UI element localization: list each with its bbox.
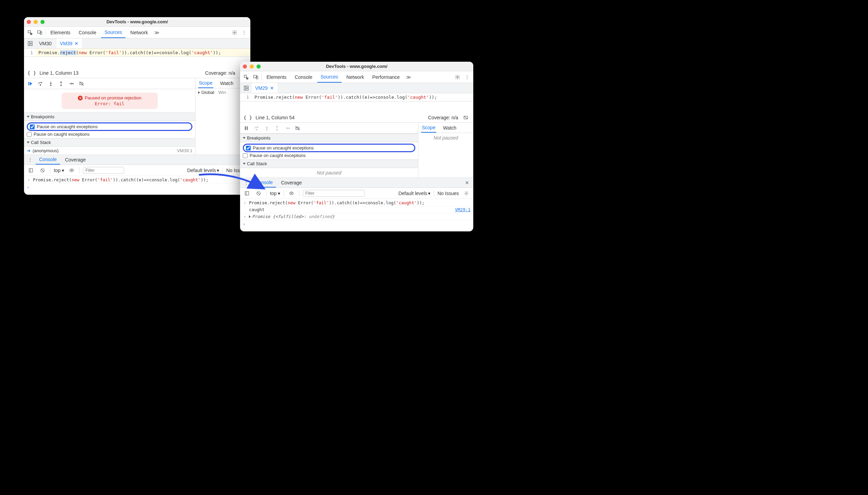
sidebar-toggle-icon[interactable] [243, 189, 251, 197]
tab-elements[interactable]: Elements [47, 27, 74, 38]
console-log-line[interactable]: caught VM29:1 [240, 206, 473, 213]
context-selector[interactable]: top ▾ [54, 168, 64, 173]
pause-caught-checkbox[interactable]: Pause on caught exceptions [27, 132, 192, 137]
drawer-tab-coverage[interactable]: Coverage [61, 155, 89, 165]
drawer-tab-console[interactable]: Console [252, 178, 276, 188]
step-icon[interactable] [68, 80, 75, 87]
log-source-link[interactable]: VM29:1 [455, 207, 471, 212]
step-out-icon[interactable] [58, 80, 64, 87]
step-into-icon [263, 125, 270, 132]
log-levels[interactable]: Default levels ▾ [399, 191, 430, 196]
log-levels[interactable]: Default levels ▾ [187, 168, 219, 173]
format-icon[interactable]: { } [243, 115, 252, 120]
tab-console[interactable]: Console [291, 71, 316, 83]
drawer-tab-coverage[interactable]: Coverage [277, 178, 305, 188]
coverage-toggle-icon[interactable] [462, 113, 470, 122]
code-editor[interactable]: 1 Promise.reject(new Error('fail')).catc… [240, 93, 473, 101]
sidebar-toggle-icon[interactable] [27, 166, 35, 174]
minimize-icon[interactable] [34, 20, 38, 24]
file-tab-vm30[interactable]: VM30 [36, 38, 55, 48]
clear-console-icon[interactable] [254, 189, 263, 197]
close-drawer-icon[interactable]: ✕ [463, 179, 471, 187]
callstack-frame[interactable]: ➔ (anonymous) VM39:1 [24, 147, 195, 155]
frame-source[interactable]: VM39:1 [177, 148, 192, 153]
code-editor[interactable]: 1 Promise.reject(new Error('fail')).catc… [24, 49, 250, 57]
close-icon[interactable] [243, 64, 247, 69]
device-icon[interactable] [36, 28, 44, 37]
clear-console-icon[interactable] [38, 166, 47, 174]
file-tabs: VM29 ✕ [240, 83, 473, 93]
pause-icon[interactable] [243, 125, 250, 132]
drawer-kebab-icon[interactable]: ⋮ [26, 156, 34, 164]
close-tab-icon[interactable]: ✕ [74, 41, 79, 46]
filter-input[interactable] [303, 190, 365, 197]
code-line[interactable]: Promise.reject(new Error('fail')).catch(… [36, 49, 250, 57]
callstack-section[interactable]: Call Stack [240, 159, 418, 168]
navigator-icon[interactable] [242, 84, 250, 92]
file-tab-vm39[interactable]: VM39 ✕ [57, 38, 82, 48]
code-line[interactable]: Promise.reject(new Error('fail')).catch(… [252, 93, 473, 101]
drawer-tab-console[interactable]: Console [36, 155, 60, 165]
close-icon[interactable] [27, 20, 31, 24]
maximize-icon[interactable] [40, 20, 45, 24]
tab-console[interactable]: Console [75, 27, 99, 38]
callstack-section[interactable]: Call Stack [24, 138, 195, 147]
device-icon[interactable] [252, 73, 260, 81]
navigator-icon[interactable] [26, 39, 34, 48]
tab-watch[interactable]: Watch [442, 123, 457, 133]
tab-performance[interactable]: Performance [369, 71, 403, 83]
pause-uncaught-highlight: Pause on uncaught exceptions [27, 122, 192, 131]
step-over-icon[interactable] [37, 80, 44, 87]
titlebar[interactable]: DevTools - www.google.com/ [24, 17, 250, 27]
console-input-line[interactable]: › Promise.reject(new Error('fail')).catc… [24, 177, 250, 183]
inspect-icon[interactable] [26, 28, 34, 37]
format-icon[interactable]: { } [27, 70, 36, 76]
gear-icon[interactable] [453, 73, 462, 81]
tab-watch[interactable]: Watch [219, 78, 234, 88]
tab-elements[interactable]: Elements [263, 71, 290, 83]
filter-input[interactable] [83, 167, 124, 174]
issues-label[interactable]: No Issues [438, 191, 459, 196]
console-return-line[interactable]: ‹ Promise {<fulfilled>: undefined} [240, 213, 473, 220]
breakpoints-section[interactable]: Breakpoints [240, 134, 418, 142]
minimize-icon[interactable] [250, 64, 254, 69]
context-selector[interactable]: top ▾ [270, 191, 280, 196]
maximize-icon[interactable] [257, 64, 261, 69]
tab-network[interactable]: Network [127, 27, 151, 38]
tab-sources[interactable]: Sources [101, 27, 126, 38]
kebab-icon[interactable]: ⋮ [463, 73, 471, 81]
live-expr-icon[interactable] [68, 166, 76, 174]
deactivate-bp-icon[interactable] [294, 125, 301, 132]
checkbox-caught[interactable] [27, 132, 32, 137]
checkbox-uncaught[interactable] [246, 146, 251, 150]
console-gear-icon[interactable] [462, 189, 471, 197]
pause-uncaught-checkbox[interactable]: Pause on uncaught exceptions [30, 124, 98, 129]
inspect-icon[interactable] [242, 73, 250, 81]
more-tabs-icon[interactable]: ≫ [405, 73, 413, 81]
kebab-icon[interactable]: ⋮ [240, 28, 248, 37]
checkbox-uncaught[interactable] [30, 124, 35, 129]
cursor-position: Line 1, Column 54 [255, 115, 295, 120]
console-prompt[interactable]: › [240, 220, 473, 228]
svg-point-13 [71, 170, 73, 171]
checkbox-caught[interactable] [243, 153, 248, 158]
tab-sources[interactable]: Sources [317, 71, 342, 83]
deactivate-bp-icon[interactable] [78, 80, 85, 87]
live-expr-icon[interactable] [287, 189, 296, 197]
drawer-kebab-icon[interactable]: ⋮ [242, 179, 250, 187]
pause-uncaught-checkbox[interactable]: Pause on uncaught exceptions [246, 145, 314, 150]
pause-caught-checkbox[interactable]: Pause on caught exceptions [243, 153, 415, 158]
step-into-icon[interactable] [47, 80, 54, 87]
tab-scope[interactable]: Scope [198, 78, 213, 88]
breakpoints-section[interactable]: Breakpoints [24, 112, 195, 121]
tab-network[interactable]: Network [343, 71, 367, 83]
more-tabs-icon[interactable]: ≫ [153, 28, 161, 37]
file-tab-vm29[interactable]: VM29 ✕ [252, 83, 277, 93]
titlebar[interactable]: DevTools - www.google.com/ [240, 62, 473, 71]
close-tab-icon[interactable]: ✕ [270, 85, 274, 91]
console-input-line[interactable]: › Promise.reject(new Error('fail')).catc… [240, 200, 473, 206]
tab-scope[interactable]: Scope [421, 123, 436, 133]
console-prompt[interactable]: › [24, 183, 250, 191]
resume-icon[interactable] [27, 80, 34, 87]
gear-icon[interactable] [230, 28, 239, 37]
